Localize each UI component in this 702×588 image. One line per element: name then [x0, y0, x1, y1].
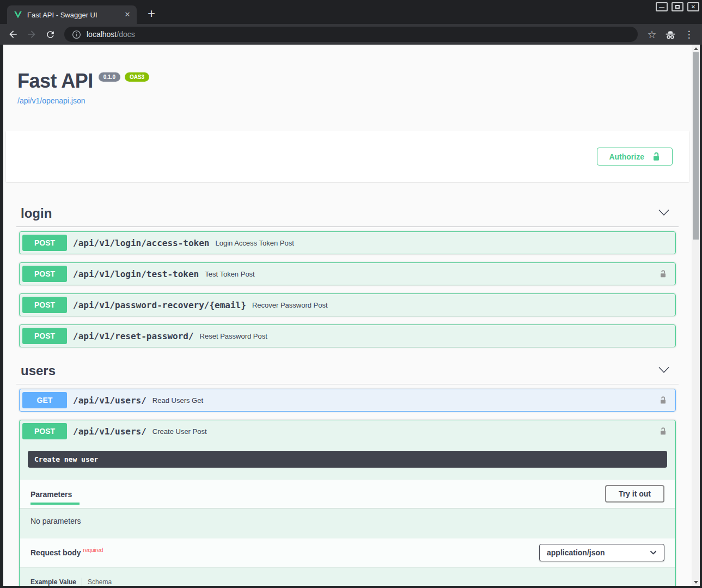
opblock-summary[interactable]: POST/api/v1/login/test-tokenTest Token P… — [20, 263, 675, 285]
request-body-label-group: Request bodyrequired — [30, 547, 103, 558]
browser-titlebar: Fast API - Swagger UI ✕ + — ✕ — [0, 0, 702, 24]
site-info-icon[interactable] — [72, 30, 81, 39]
endpoint-path: /api/v1/password-recovery/{email} — [73, 300, 246, 310]
opblock-summary[interactable]: POST/api/v1/login/access-tokenLogin Acce… — [20, 232, 675, 254]
scrollbar-track[interactable] — [692, 52, 700, 578]
opblock-summary[interactable]: POST/api/v1/reset-password/Reset Passwor… — [20, 325, 675, 347]
window-controls: — ✕ — [656, 2, 699, 11]
auth-lock-button[interactable] — [659, 426, 667, 436]
scrollbar-up-arrow[interactable] — [692, 45, 700, 52]
oas-badge: OAS3 — [125, 72, 149, 82]
chevron-down-icon — [658, 365, 670, 375]
scheme-container: Authorize — [6, 131, 689, 182]
unlock-icon — [659, 395, 667, 405]
page-viewport: Fast API 0.1.0 OAS3 /api/v1/openapi.json… — [0, 45, 702, 588]
maximize-button[interactable] — [672, 2, 683, 11]
scrollbar-thumb[interactable] — [693, 52, 699, 240]
api-section-login: loginPOST/api/v1/login/access-tokenLogin… — [3, 198, 692, 347]
section-tag-name: users — [21, 363, 56, 378]
scrollbar-down-arrow[interactable] — [692, 578, 700, 586]
section-tag-name: login — [21, 206, 52, 221]
opblock-post-/api/v1/login/access-token: POST/api/v1/login/access-tokenLogin Acce… — [19, 231, 676, 254]
endpoint-summary: Recover Password Post — [252, 301, 328, 309]
section-header-login[interactable]: login — [16, 198, 679, 227]
back-button[interactable] — [5, 27, 21, 42]
content-type-select[interactable]: application/json — [539, 544, 664, 561]
tab-example-value[interactable]: Example Value — [30, 578, 76, 586]
openapi-spec-link[interactable]: /api/v1/openapi.json — [17, 96, 86, 105]
minimize-button[interactable]: — — [656, 2, 668, 11]
opblock-post-/api/v1/password-recovery/{email}: POST/api/v1/password-recovery/{email}Rec… — [19, 293, 676, 316]
section-collapse-chevron[interactable] — [657, 364, 671, 377]
forward-button[interactable] — [24, 27, 39, 42]
method-badge: POST — [22, 328, 67, 344]
method-badge: POST — [22, 235, 67, 251]
method-badge: POST — [22, 423, 67, 439]
endpoint-summary: Create User Post — [152, 427, 207, 436]
method-badge: POST — [22, 297, 67, 313]
swagger-page: Fast API 0.1.0 OAS3 /api/v1/openapi.json… — [3, 45, 692, 586]
no-parameters-text: No parameters — [20, 508, 675, 538]
browser-navbar: localhost/docs ☆ ⋮ — [0, 24, 702, 45]
back-arrow-icon — [8, 29, 19, 40]
section-header-users[interactable]: users — [16, 356, 679, 384]
opblock-summary[interactable]: POST/api/v1/users/Create User Post — [20, 420, 675, 442]
url-host: localhost — [87, 30, 117, 39]
endpoint-path: /api/v1/login/test-token — [73, 269, 199, 279]
tab-separator — [82, 578, 82, 586]
api-sections: loginPOST/api/v1/login/access-tokenLogin… — [3, 198, 692, 586]
url-text: localhost/docs — [87, 30, 135, 39]
tab-close-icon[interactable]: ✕ — [123, 10, 132, 20]
browser-menu-icon[interactable]: ⋮ — [681, 27, 697, 42]
url-bar[interactable]: localhost/docs — [64, 27, 638, 42]
auth-lock-button[interactable] — [659, 269, 667, 279]
endpoint-summary: Read Users Get — [152, 396, 203, 405]
badges: 0.1.0 OAS3 — [99, 72, 149, 82]
try-it-out-button[interactable]: Try it out — [605, 485, 664, 503]
endpoint-path: /api/v1/users/ — [73, 426, 146, 437]
vite-favicon-icon — [14, 10, 22, 19]
close-button[interactable]: ✕ — [687, 2, 699, 11]
browser-window: Fast API - Swagger UI ✕ + — ✕ localhost/… — [0, 0, 702, 588]
minimize-icon: — — [659, 4, 664, 10]
forward-arrow-icon — [26, 29, 37, 40]
endpoint-path: /api/v1/login/access-token — [73, 238, 209, 248]
reload-button[interactable] — [42, 27, 58, 42]
endpoint-summary: Reset Password Post — [200, 332, 267, 340]
auth-lock-button[interactable] — [659, 395, 667, 405]
model-example: Example Value Schema { — [20, 567, 675, 586]
url-path: /docs — [117, 30, 135, 39]
endpoint-path: /api/v1/reset-password/ — [73, 331, 194, 341]
parameters-header: Parameters Try it out — [20, 480, 675, 508]
api-info: Fast API 0.1.0 OAS3 /api/v1/openapi.json — [3, 45, 692, 106]
maximize-icon — [675, 5, 680, 9]
bookmark-star-icon[interactable]: ☆ — [644, 27, 660, 42]
incognito-icon — [663, 27, 678, 42]
opblock-summary[interactable]: GET/api/v1/users/Read Users Get — [20, 389, 675, 411]
endpoint-summary: Login Access Token Post — [215, 239, 294, 247]
api-section-users: usersGET/api/v1/users/Read Users GetPOST… — [3, 356, 692, 586]
tab-schema[interactable]: Schema — [88, 578, 112, 586]
section-collapse-chevron[interactable] — [657, 207, 671, 220]
opblock-summary[interactable]: POST/api/v1/password-recovery/{email}Rec… — [20, 294, 675, 316]
endpoint-path: /api/v1/users/ — [73, 395, 146, 406]
unlock-icon — [652, 151, 661, 162]
parameters-tab: Parameters — [30, 480, 72, 507]
new-tab-button[interactable]: + — [144, 6, 158, 21]
authorize-button[interactable]: Authorize — [597, 148, 673, 166]
scrollbar[interactable] — [692, 45, 700, 586]
unlock-icon — [659, 426, 667, 436]
operation-description: Create new user — [28, 451, 667, 468]
close-icon: ✕ — [691, 4, 695, 10]
browser-tab[interactable]: Fast API - Swagger UI ✕ — [7, 5, 137, 24]
request-body-header: Request bodyrequired application/json — [20, 538, 675, 567]
method-badge: GET — [22, 392, 67, 408]
reload-icon — [45, 29, 56, 40]
opblock-body: Create new user Parameters Try it out No… — [20, 451, 675, 586]
content-type-value: application/json — [547, 548, 605, 557]
version-badge: 0.1.0 — [99, 72, 120, 82]
opblock-get-/api/v1/users/: GET/api/v1/users/Read Users Get — [19, 389, 676, 412]
chevron-down-icon — [650, 550, 657, 555]
unlock-icon — [659, 269, 667, 279]
tab-title: Fast API - Swagger UI — [27, 11, 118, 19]
